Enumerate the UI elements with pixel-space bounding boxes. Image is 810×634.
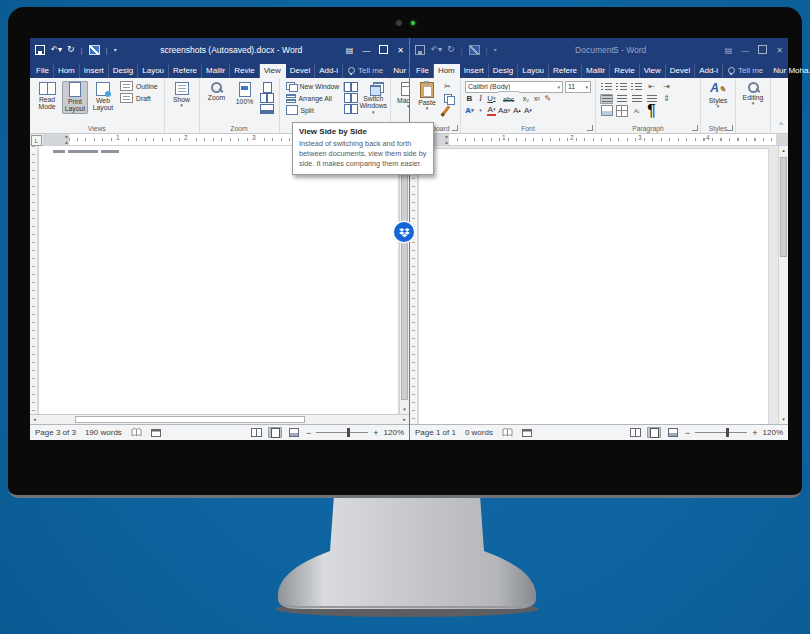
arrange-all-button[interactable]: Arrange All xyxy=(284,93,342,104)
tab-home[interactable]: Hom xyxy=(54,64,80,78)
format-painter-button[interactable] xyxy=(442,105,456,116)
tab-developer[interactable]: Devel xyxy=(286,64,315,78)
tab-addins[interactable]: Add-i xyxy=(315,64,343,78)
tell-me-box[interactable]: Tell me xyxy=(723,64,768,78)
increase-indent-button[interactable] xyxy=(660,82,673,92)
paste-button[interactable]: Paste xyxy=(414,81,440,113)
show-button[interactable]: Show xyxy=(169,81,195,110)
scroll-right-icon[interactable] xyxy=(400,415,409,424)
dropbox-badge[interactable] xyxy=(394,222,414,242)
tab-layout[interactable]: Layou xyxy=(138,64,169,78)
ink-annotation-icon[interactable] xyxy=(543,95,552,103)
align-right-button[interactable] xyxy=(630,94,643,104)
undo-icon[interactable] xyxy=(51,45,61,54)
account-name[interactable]: Nur Moha... xyxy=(768,64,810,78)
tab-design[interactable]: Desig xyxy=(489,64,518,78)
read-mode-view-button[interactable] xyxy=(628,427,642,438)
bullets-button[interactable] xyxy=(600,82,613,92)
view-side-by-side-button[interactable] xyxy=(343,82,358,92)
tab-file[interactable]: File xyxy=(412,64,434,78)
horizontal-scrollbar[interactable] xyxy=(30,414,409,424)
undo-icon[interactable] xyxy=(431,45,441,54)
tab-file[interactable]: File xyxy=(32,64,54,78)
tab-review[interactable]: Revie xyxy=(610,64,639,78)
redo-icon[interactable] xyxy=(447,45,455,54)
print-layout-view-button[interactable] xyxy=(647,427,661,438)
tab-developer[interactable]: Devel xyxy=(666,64,695,78)
scroll-left-icon[interactable] xyxy=(30,415,39,424)
show-hide-pilcrow-button[interactable]: ¶ xyxy=(645,106,658,116)
tab-review[interactable]: Revie xyxy=(230,64,259,78)
tab-mailings[interactable]: Mailir xyxy=(582,64,610,78)
font-size-select[interactable]: 11 xyxy=(565,81,591,93)
multilevel-list-button[interactable] xyxy=(630,82,643,92)
clipboard-dialog-launcher-icon[interactable] xyxy=(452,125,458,131)
zoom-slider[interactable] xyxy=(695,432,747,433)
page-indicator[interactable]: Page 3 of 3 xyxy=(35,428,76,437)
tab-home[interactable]: Hom xyxy=(434,64,460,78)
styles-button[interactable]: AStyles xyxy=(705,81,731,111)
tab-insert[interactable]: Insert xyxy=(80,64,109,78)
line-spacing-button[interactable] xyxy=(660,94,673,104)
close-button[interactable] xyxy=(397,45,404,55)
zoom-slider-thumb[interactable] xyxy=(726,428,729,437)
hscrollbar-thumb[interactable] xyxy=(75,416,304,423)
document-page[interactable] xyxy=(418,148,769,424)
bold-button[interactable]: B xyxy=(465,95,474,103)
close-button[interactable] xyxy=(776,45,783,55)
proofing-icon[interactable] xyxy=(502,428,513,437)
minimize-button[interactable] xyxy=(362,45,370,55)
tab-view[interactable]: View xyxy=(260,64,286,78)
text-effects-button[interactable]: A xyxy=(465,107,474,115)
zoom-100-button[interactable]: 100% xyxy=(232,81,258,106)
tab-design[interactable]: Desig xyxy=(109,64,138,78)
tab-layout[interactable]: Layou xyxy=(518,64,549,78)
zoom-in-button[interactable] xyxy=(752,428,757,438)
page-width-button[interactable] xyxy=(260,104,275,114)
vertical-scrollbar[interactable] xyxy=(399,146,409,414)
scroll-down-icon[interactable] xyxy=(779,415,788,424)
shrink-font-button[interactable]: A xyxy=(523,107,532,115)
tell-me-box[interactable]: Tell me xyxy=(343,64,388,78)
web-layout-button[interactable]: Web Layout xyxy=(90,81,116,113)
zoom-out-button[interactable] xyxy=(685,428,690,438)
macro-recording-icon[interactable] xyxy=(522,428,532,437)
horizontal-ruler[interactable]: ▾ ▴ 1 2 3 4 xyxy=(423,134,788,145)
subscript-button[interactable]: x₂ xyxy=(521,95,530,102)
tab-insert[interactable]: Insert xyxy=(460,64,489,78)
one-page-button[interactable] xyxy=(260,82,275,92)
copy-button[interactable] xyxy=(442,93,456,104)
tab-selector-icon[interactable] xyxy=(31,135,42,146)
word-count[interactable]: 190 words xyxy=(85,428,122,437)
reset-window-position-button[interactable] xyxy=(343,104,358,114)
align-center-button[interactable] xyxy=(615,94,628,104)
shading-button[interactable] xyxy=(600,106,613,116)
scrollbar-thumb[interactable] xyxy=(780,157,787,257)
draft-button[interactable]: Draft xyxy=(118,93,160,104)
editing-button[interactable]: Editing xyxy=(740,81,766,108)
chart-addin-icon[interactable] xyxy=(89,45,100,55)
new-window-button[interactable]: New Window xyxy=(284,81,342,92)
web-layout-view-button[interactable] xyxy=(666,427,680,438)
superscript-button[interactable]: x² xyxy=(532,95,541,102)
chart-addin-icon[interactable] xyxy=(469,45,480,55)
read-mode-view-button[interactable] xyxy=(249,427,263,438)
vertical-scrollbar[interactable] xyxy=(778,146,788,424)
multiple-pages-button[interactable] xyxy=(260,93,275,103)
tab-references[interactable]: Refere xyxy=(169,64,202,78)
document-page[interactable] xyxy=(38,146,399,414)
paragraph-dialog-launcher-icon[interactable] xyxy=(692,125,698,131)
web-layout-view-button[interactable] xyxy=(287,427,301,438)
zoom-slider[interactable] xyxy=(316,432,368,433)
hanging-indent-marker[interactable]: ▴ xyxy=(445,138,448,145)
borders-button[interactable] xyxy=(615,106,628,116)
numbering-button[interactable] xyxy=(615,82,628,92)
word-count[interactable]: 0 words xyxy=(465,428,493,437)
scroll-down-icon[interactable] xyxy=(400,405,409,414)
proofing-icon[interactable] xyxy=(131,428,142,437)
zoom-in-button[interactable] xyxy=(373,428,378,438)
italic-button[interactable]: I xyxy=(476,95,485,103)
tab-addins[interactable]: Add-i xyxy=(695,64,723,78)
zoom-button[interactable]: Zoom xyxy=(204,81,230,102)
restore-button[interactable] xyxy=(758,45,767,54)
